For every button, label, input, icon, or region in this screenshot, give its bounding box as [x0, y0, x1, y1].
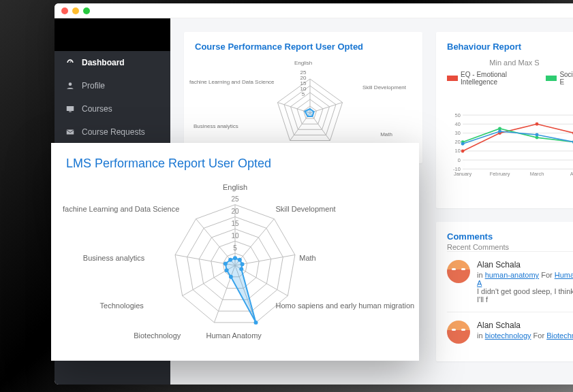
card-title: Course Performance Report User Opted: [195, 42, 412, 52]
axis-label: fachine Learning and Data Science: [189, 79, 275, 85]
tick: 15: [231, 220, 238, 227]
axis-label: Biotechnology: [134, 331, 181, 340]
legend-social: Social E: [546, 71, 573, 86]
close-window-icon[interactable]: [61, 7, 68, 14]
svg-marker-16: [305, 109, 313, 116]
svg-point-70: [228, 258, 232, 262]
axis-label: fachine Learning and Data Science: [63, 205, 179, 213]
comment-text: I didn't get good sleep, I think I'll f: [477, 287, 573, 304]
comment-author: Alan Schala: [477, 260, 573, 270]
monitor-icon: [65, 104, 75, 114]
svg-text:Apr: Apr: [570, 171, 573, 177]
svg-point-64: [241, 262, 245, 266]
svg-point-68: [225, 268, 229, 272]
swatch-icon: [447, 76, 458, 81]
overlay-title: LMS Performance Report User Opted: [66, 157, 404, 171]
svg-point-37: [536, 122, 539, 126]
tick: 25: [231, 195, 238, 203]
axis-label: Technologies: [100, 301, 144, 310]
axis-label: English: [223, 183, 247, 191]
axis-label: English: [294, 60, 312, 66]
maximize-window-icon[interactable]: [83, 7, 90, 14]
tick: 10: [231, 232, 238, 240]
axis-label: Skill Development: [276, 205, 336, 213]
avatar: [447, 321, 470, 344]
minimize-window-icon[interactable]: [72, 7, 79, 14]
tick: 5: [302, 91, 305, 97]
behaviour-card: Behaviour Report Min and Max S EQ - Emot…: [436, 32, 573, 208]
axis-label: Business analytics: [193, 123, 238, 129]
svg-point-35: [461, 149, 465, 152]
swatch-icon: [546, 76, 557, 81]
tick: 5: [233, 244, 237, 252]
comment-category-link[interactable]: biotechnology: [485, 331, 531, 340]
card-title: Comments: [447, 231, 573, 242]
svg-point-65: [239, 267, 243, 271]
axis-label: Business analytics: [83, 254, 145, 262]
nav-label: Course Requests: [82, 127, 145, 137]
svg-rect-2: [69, 112, 72, 112]
svg-text:February: February: [490, 171, 510, 177]
logo-area: [55, 18, 170, 51]
card-subtitle: Recent Comments: [447, 243, 573, 251]
nav-label: Profile: [82, 81, 105, 91]
svg-point-45: [536, 133, 539, 137]
lms-performance-overlay: LMS Performance Report User Opted Englis…: [51, 143, 419, 361]
comment-category-link[interactable]: human-anatomy: [485, 271, 540, 279]
svg-text:0: 0: [458, 157, 461, 163]
svg-point-43: [461, 142, 465, 146]
comments-card: Comments Recent Comments Alan Schala in …: [436, 222, 573, 361]
svg-point-67: [229, 275, 233, 279]
svg-point-0: [69, 82, 72, 86]
sidebar-item-course-requests[interactable]: Course Requests: [55, 120, 170, 144]
radar-chart-small: English Skill Development Math Business …: [195, 59, 412, 154]
svg-text:March: March: [530, 171, 544, 177]
svg-point-63: [238, 258, 242, 262]
svg-text:40: 40: [455, 121, 461, 127]
sidebar-item-dashboard[interactable]: Dashboard: [55, 51, 170, 74]
sidebar-item-courses[interactable]: Courses: [55, 97, 170, 120]
user-icon: [65, 81, 75, 91]
axis-label: Math: [299, 254, 315, 262]
comment-item: Alan Schala in biotechnology For Biotech…: [447, 312, 573, 352]
axis-label: Math: [380, 131, 392, 137]
tick: 20: [231, 208, 238, 215]
window-titlebar: [55, 3, 573, 18]
line-chart: 50 40 30 20 10 0 -10 January February Ma…: [447, 90, 573, 199]
gauge-icon: [65, 58, 75, 67]
svg-text:10: 10: [455, 148, 461, 154]
nav-label: Dashboard: [82, 58, 125, 67]
avatar: [447, 260, 470, 283]
nav-label: Courses: [82, 104, 112, 114]
comment-context: in biotechnology For Biotechnol: [477, 331, 573, 340]
comment-item: Alan Schala in human-anatomy For Human A…: [447, 251, 573, 312]
comment-author: Alan Schala: [477, 321, 573, 330]
svg-point-62: [233, 256, 237, 260]
svg-point-66: [254, 321, 258, 325]
svg-text:50: 50: [455, 112, 461, 118]
card-subtitle: Min and Max S: [447, 59, 573, 67]
svg-point-44: [498, 130, 501, 133]
svg-rect-1: [67, 106, 74, 111]
sidebar-item-profile[interactable]: Profile: [55, 74, 170, 97]
radar-chart-large: English Skill Development Math Homo sapi…: [66, 180, 404, 350]
svg-text:January: January: [454, 171, 472, 177]
chart-legend: EQ - Emotional Intellegence Social E: [447, 71, 573, 86]
axis-label: Human Anatomy: [206, 331, 262, 340]
card-title: Behaviour Report: [447, 42, 573, 52]
axis-label: Skill Development: [362, 84, 406, 91]
svg-point-69: [223, 262, 228, 266]
svg-rect-3: [67, 130, 74, 135]
legend-eq: EQ - Emotional Intellegence: [447, 71, 536, 86]
envelope-icon: [65, 127, 75, 137]
svg-text:30: 30: [455, 130, 461, 136]
axis-label: Homo sapiens and early human migration: [276, 301, 415, 310]
comment-course-link[interactable]: Biotechnol: [546, 331, 573, 340]
svg-text:20: 20: [455, 139, 461, 145]
comment-context: in human-anatomy For Human A: [477, 271, 573, 287]
